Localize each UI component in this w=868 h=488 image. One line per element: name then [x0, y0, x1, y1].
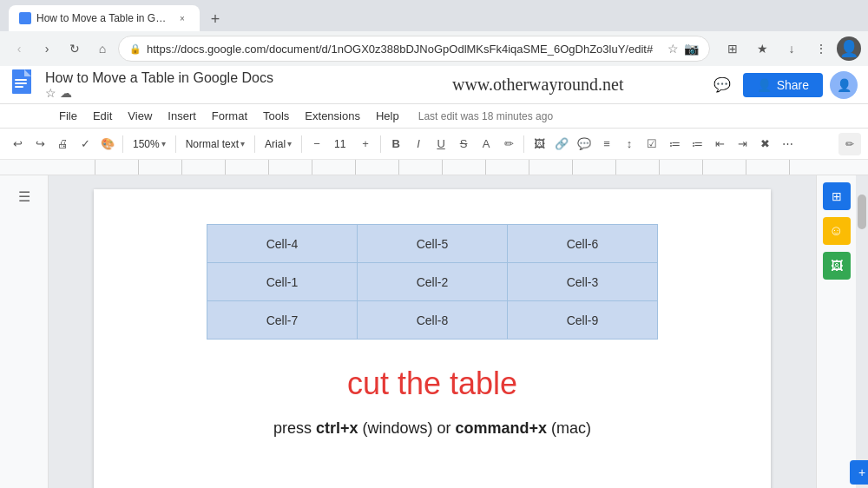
table-row: Cell-7 Cell-8 Cell-9 [207, 301, 658, 340]
line-spacing-button[interactable]: ↕ [619, 133, 640, 155]
smart-compose-icon[interactable]: ⊞ [823, 182, 851, 210]
toolbar-separator-2 [175, 135, 176, 153]
chat-button[interactable]: 💬 [708, 71, 736, 99]
bullet-list-button[interactable]: ≔ [664, 133, 685, 155]
browser-toolbar-right: ⊞ ★ ↓ ⋮ [720, 36, 833, 61]
table-cell-6[interactable]: Cell-6 [508, 225, 658, 263]
address-bar-row: ‹ › ↻ ⌂ 🔒 https://docs.google.com/docume… [0, 31, 868, 66]
zoom-dropdown[interactable]: 150% ▾ [128, 136, 171, 152]
docs-logo [10, 69, 36, 101]
scroll-to-bottom-button[interactable]: + [850, 460, 868, 485]
comment-button[interactable]: 💬 [574, 133, 595, 155]
ruler-inner [52, 160, 816, 175]
print-button[interactable]: 🖨 [52, 133, 73, 155]
profile-avatar[interactable]: 👤 [837, 36, 861, 61]
svg-rect-3 [15, 79, 27, 81]
zoom-value: 150% [133, 138, 160, 150]
checklist-button[interactable]: ☑ [641, 133, 662, 155]
table-cell-4[interactable]: Cell-4 [207, 225, 358, 263]
redo-button[interactable]: ↪ [30, 133, 50, 155]
insert-image-button[interactable]: 🖼 [529, 133, 549, 155]
browser-tab[interactable]: How to Move a Table in Googl... × [9, 5, 200, 31]
image-icon[interactable]: 🖼 [823, 252, 851, 280]
menu-view[interactable]: View [121, 108, 159, 124]
paint-format-button[interactable]: 🎨 [97, 133, 118, 155]
menu-tools[interactable]: Tools [256, 108, 296, 124]
table-cell-9[interactable]: Cell-9 [508, 301, 658, 340]
emoji-icon[interactable]: ☺ [823, 217, 851, 245]
back-button[interactable]: ‹ [7, 36, 31, 61]
toolbar-separator-5 [380, 135, 381, 153]
cloud-save-icon[interactable]: ☁ [60, 86, 72, 100]
more-menu-icon[interactable]: ⋮ [809, 36, 833, 61]
table-cell-1[interactable]: Cell-1 [207, 263, 358, 301]
document-title[interactable]: How to Move a Table in Google Docs [45, 70, 368, 86]
spell-check-button[interactable]: ✓ [75, 133, 95, 155]
profile-icon: 👤 [839, 39, 858, 58]
outline-icon[interactable]: ☰ [10, 182, 38, 210]
extensions-icon[interactable]: ⊞ [720, 36, 745, 61]
ruler [0, 160, 868, 175]
table-row: Cell-1 Cell-2 Cell-3 [207, 263, 658, 301]
last-edit-text: Last edit was 18 minutes ago [418, 110, 553, 122]
downloads-icon[interactable]: ↓ [779, 36, 804, 61]
table-cell-3[interactable]: Cell-3 [508, 263, 658, 301]
numbered-list-button[interactable]: ≔ [687, 133, 707, 155]
vertical-scrollbar[interactable]: + [856, 175, 868, 488]
indent-increase-button[interactable]: ⇥ [732, 133, 753, 155]
menu-insert[interactable]: Insert [161, 108, 203, 124]
font-dropdown[interactable]: Arial ▾ [260, 136, 297, 152]
new-tab-button[interactable]: + [203, 7, 227, 31]
user-avatar[interactable]: 👤 [830, 71, 858, 99]
strikethrough-button[interactable]: S [453, 133, 474, 155]
font-size-dropdown[interactable]: 11 [329, 136, 353, 152]
reload-button[interactable]: ↻ [62, 36, 87, 61]
menu-extensions[interactable]: Extensions [298, 108, 367, 124]
bookmark-icon[interactable]: ☆ [45, 86, 56, 100]
docs-menubar: File Edit View Insert Format Tools Exten… [0, 104, 868, 129]
bookmark-star-icon[interactable]: ☆ [667, 42, 679, 56]
bold-button[interactable]: B [385, 133, 406, 155]
share-button[interactable]: 👤 Share [743, 73, 823, 97]
table-cell-5[interactable]: Cell-5 [358, 225, 508, 263]
menu-help[interactable]: Help [369, 108, 406, 124]
more-toolbar-button[interactable]: ⋯ [777, 133, 798, 155]
font-dropdown-arrow: ▾ [287, 139, 292, 148]
favorites-icon[interactable]: ★ [750, 36, 774, 61]
align-button[interactable]: ≡ [596, 133, 617, 155]
share-label: Share [777, 78, 809, 92]
forward-button[interactable]: › [35, 36, 59, 61]
style-dropdown[interactable]: Normal text ▾ [181, 136, 250, 152]
increase-font-button[interactable]: + [355, 133, 376, 155]
press-text-before: press [273, 419, 316, 437]
decrease-font-button[interactable]: − [306, 133, 327, 155]
font-size-value: 11 [334, 138, 345, 150]
scrollbar-thumb[interactable] [858, 195, 866, 229]
table-cell-7[interactable]: Cell-7 [207, 301, 358, 340]
avatar-image: 👤 [837, 78, 852, 92]
menu-file[interactable]: File [52, 108, 84, 124]
address-bar[interactable]: 🔒 https://docs.google.com/document/d/1nO… [118, 36, 710, 62]
suggest-edits-button[interactable]: ✏ [838, 133, 861, 155]
underline-button[interactable]: U [431, 133, 451, 155]
table-cell-2[interactable]: Cell-2 [358, 263, 508, 301]
press-text-after: (mac) [547, 419, 591, 437]
table-cell-8[interactable]: Cell-8 [358, 301, 508, 340]
menu-edit[interactable]: Edit [86, 108, 119, 124]
screenshot-icon[interactable]: 📷 [684, 42, 699, 56]
document-table: Cell-4 Cell-5 Cell-6 Cell-1 Cell-2 Cell-… [207, 224, 658, 340]
insert-link-button[interactable]: 🔗 [551, 133, 572, 155]
indent-decrease-button[interactable]: ⇤ [709, 133, 730, 155]
doc-paper: Cell-4 Cell-5 Cell-6 Cell-1 Cell-2 Cell-… [94, 189, 771, 488]
highlight-button[interactable]: ✏ [498, 133, 519, 155]
brand-area: www.otherwayround.net [377, 75, 700, 95]
tab-favicon [19, 12, 31, 24]
menu-format[interactable]: Format [205, 108, 254, 124]
text-color-button[interactable]: A [476, 133, 496, 155]
italic-button[interactable]: I [408, 133, 429, 155]
docs-toolbar: ↩ ↪ 🖨 ✓ 🎨 150% ▾ Normal text ▾ Arial ▾ −… [0, 129, 868, 160]
undo-button[interactable]: ↩ [7, 133, 28, 155]
clear-format-button[interactable]: ✖ [754, 133, 775, 155]
home-button[interactable]: ⌂ [90, 36, 115, 61]
tab-close-button[interactable]: × [175, 11, 189, 25]
